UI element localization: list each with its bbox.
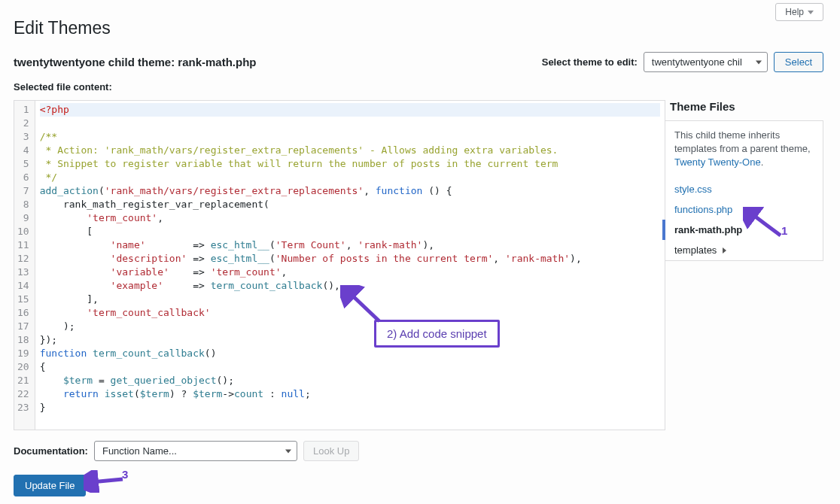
parent-theme-link[interactable]: Twenty Twenty-One	[674, 156, 761, 168]
annotation-callout: 2) Add code snippet	[374, 320, 500, 348]
documentation-select[interactable]: Function Name...	[94, 441, 297, 461]
theme-select-label: Select theme to edit:	[542, 56, 638, 68]
theme-select[interactable]: twentytwentyone chil	[644, 52, 768, 72]
code-content[interactable]: <?php /** * Action: 'rank_math/vars/regi…	[35, 101, 665, 430]
help-button[interactable]: Help	[775, 3, 823, 21]
code-gutter: 1234567891011121314151617181920212223	[14, 101, 35, 430]
page-title: Edit Themes	[14, 18, 823, 38]
help-label: Help	[785, 7, 804, 17]
theme-description: This child theme inherits templates from…	[665, 121, 823, 179]
documentation-label: Documentation:	[14, 445, 88, 457]
file-item[interactable]: functions.php	[665, 199, 823, 220]
theme-files-panel: This child theme inherits templates from…	[665, 120, 823, 261]
file-item[interactable]: rank-math.php	[662, 220, 823, 240]
chevron-down-icon	[808, 11, 814, 14]
annotation-number-3: 3	[122, 468, 128, 481]
theme-desc-suffix: .	[761, 156, 764, 168]
file-item[interactable]: style.css	[665, 179, 823, 199]
update-file-button[interactable]: Update File	[14, 475, 86, 496]
folder-item[interactable]: templates	[665, 240, 823, 260]
selected-file-label: Selected file content:	[14, 81, 823, 93]
theme-files-heading: Theme Files	[670, 100, 823, 113]
current-file-heading: twentytwentyone child theme: rank-math.p…	[14, 56, 257, 68]
annotation-number-1: 1	[781, 224, 787, 237]
theme-desc-text: This child theme inherits templates from…	[674, 129, 811, 154]
code-editor[interactable]: 1234567891011121314151617181920212223 <?…	[14, 100, 665, 430]
lookup-button[interactable]: Look Up	[303, 441, 359, 461]
select-theme-button[interactable]: Select	[774, 52, 823, 72]
